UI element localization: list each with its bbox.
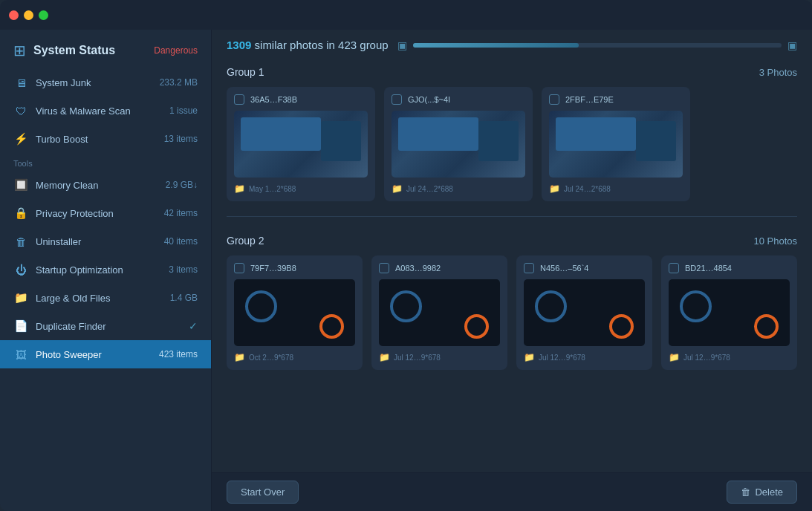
sidebar-item-label: Privacy Protection — [36, 208, 164, 219]
sidebar-item-memory-clean[interactable]: 🔲 Memory Clean 2.9 GB↓ — [0, 171, 211, 199]
start-over-button[interactable]: Start Over — [227, 481, 299, 504]
folder-icon: 📁 — [549, 183, 560, 194]
sidebar-item-photo-sweeper[interactable]: 🖼 Photo Sweeper 423 items — [0, 340, 211, 368]
duplicate-finder-icon: 📄 — [13, 319, 28, 333]
sidebar-item-system-junk[interactable]: 🖥 System Junk 233.2 MB — [0, 68, 211, 97]
group2-count: 10 Photos — [753, 235, 797, 247]
photo-thumbnail — [234, 111, 368, 178]
sidebar-item-label: Turbo Boost — [36, 134, 164, 145]
photo-date: Oct 2…9*678 — [249, 354, 293, 362]
minimize-button[interactable] — [24, 10, 33, 20]
sidebar-item-virus-malware[interactable]: 🛡 Virus & Malware Scan 1 issue — [0, 97, 211, 125]
delete-button[interactable]: 🗑 Delete — [727, 481, 797, 504]
progress-start-icon: ▣ — [397, 39, 407, 51]
close-button[interactable] — [9, 10, 19, 20]
sidebar-app-icon: ⊞ — [13, 42, 26, 59]
photo-description: similar photos in 423 group — [255, 39, 389, 51]
sidebar-status-badge: Dangerous — [154, 45, 198, 56]
folder-icon: 📁 — [379, 352, 390, 362]
photo-thumbnail — [379, 279, 500, 346]
photo-date: Jul 24…2*688 — [564, 185, 611, 193]
main-content: 1309 similar photos in 423 group ▣ ▣ Gro… — [212, 0, 812, 511]
sidebar-item-duplicate-finder[interactable]: 📄 Duplicate Finder ✓ — [0, 312, 211, 340]
sidebar-item-check: ✓ — [189, 320, 198, 332]
sidebar-item-label: System Junk — [36, 77, 160, 88]
photo-name: GJO(...$~4I — [408, 95, 450, 104]
progress-end-icon: ▣ — [787, 39, 797, 51]
sidebar-item-large-old-files[interactable]: 📁 Large & Old Files 1.4 GB — [0, 284, 211, 312]
group1-photos: 36A5…F38B 📁 May 1…2*688 GJO(...$~4I 📁 Ju… — [227, 87, 797, 201]
group-divider — [227, 216, 797, 217]
sidebar-item-label: Large & Old Files — [36, 293, 170, 304]
photo-card[interactable]: N456…–56`4 📁 Jul 12…9*678 — [516, 256, 652, 370]
sidebar-header: ⊞ System Status Dangerous — [0, 30, 211, 68]
sidebar-title: System Status — [33, 44, 115, 57]
photo-checkbox[interactable] — [549, 94, 559, 105]
photo-thumbnail — [669, 279, 790, 346]
sidebar-item-value: 423 items — [159, 349, 198, 359]
folder-icon: 📁 — [524, 352, 535, 362]
photo-checkbox[interactable] — [669, 263, 679, 273]
sidebar-item-value: 2.9 GB↓ — [166, 180, 198, 190]
system-junk-icon: 🖥 — [13, 75, 28, 90]
sidebar-item-value: 40 items — [164, 236, 198, 247]
photo-card[interactable]: 36A5…F38B 📁 May 1…2*688 — [227, 87, 375, 201]
large-files-icon: 📁 — [13, 290, 28, 305]
virus-malware-icon: 🛡 — [13, 103, 28, 118]
photo-card[interactable]: 2FBF…E79E 📁 Jul 24…2*688 — [542, 87, 690, 201]
photo-name: 2FBF…E79E — [565, 95, 614, 104]
group2-header: Group 2 10 Photos — [227, 229, 797, 256]
photo-checkbox[interactable] — [524, 263, 534, 273]
sidebar-item-turbo-boost[interactable]: ⚡ Turbo Boost 13 items — [0, 125, 211, 153]
sidebar-item-value: 42 items — [164, 208, 198, 218]
photo-thumbnail — [524, 279, 645, 346]
group2-photos: 79F7…39B8 📁 Oct 2…9*678 A083…9982 📁 Jul … — [227, 256, 797, 370]
sidebar: ⊞ System Status Dangerous 🖥 System Junk … — [0, 0, 212, 511]
photo-card[interactable]: A083…9982 📁 Jul 12…9*678 — [371, 256, 507, 370]
sidebar-item-startup-optimization[interactable]: ⏻ Startup Optimization 3 items — [0, 256, 211, 284]
sidebar-item-privacy-protection[interactable]: 🔒 Privacy Protection 42 items — [0, 199, 211, 227]
sidebar-item-label: Photo Sweeper — [36, 349, 159, 360]
group1-title: Group 1 — [227, 66, 264, 78]
photo-card[interactable]: GJO(...$~4I 📁 Jul 24…2*688 — [384, 87, 533, 201]
photo-card[interactable]: BD21…4854 📁 Jul 12…9*678 — [661, 256, 797, 370]
sidebar-item-value: 1 issue — [169, 105, 198, 116]
folder-icon: 📁 — [669, 352, 680, 362]
maximize-button[interactable] — [39, 10, 48, 20]
bottom-bar: Start Over 🗑 Delete — [212, 472, 812, 511]
progress-bar-background — [413, 43, 782, 48]
photo-thumbnail — [549, 111, 683, 178]
main-header-title: 1309 similar photos in 423 group — [227, 39, 389, 51]
photo-date: Jul 12…9*678 — [683, 354, 730, 362]
photo-sweeper-icon: 🖼 — [13, 347, 28, 362]
photo-name: A083…9982 — [395, 264, 441, 273]
uninstaller-icon: 🗑 — [13, 234, 28, 249]
titlebar — [0, 0, 812, 30]
photo-count: 1309 — [227, 39, 251, 51]
sidebar-item-label: Duplicate Finder — [36, 321, 189, 332]
traffic-lights — [9, 10, 48, 20]
folder-icon: 📁 — [234, 183, 245, 194]
photo-name: 79F7…39B8 — [250, 264, 296, 273]
group1-header: Group 1 3 Photos — [227, 60, 797, 87]
sidebar-item-uninstaller[interactable]: 🗑 Uninstaller 40 items — [0, 227, 211, 256]
main-header: 1309 similar photos in 423 group ▣ ▣ — [212, 30, 812, 60]
photo-checkbox[interactable] — [234, 94, 244, 105]
photo-checkbox[interactable] — [234, 263, 244, 273]
folder-icon: 📁 — [234, 352, 245, 362]
progress-bar-fill — [413, 43, 579, 48]
photo-date: Jul 12…9*678 — [394, 354, 441, 362]
privacy-protection-icon: 🔒 — [13, 206, 28, 221]
photo-thumbnail — [392, 111, 525, 178]
photo-name: BD21…4854 — [685, 264, 732, 273]
photo-name: N456…–56`4 — [540, 264, 588, 273]
photo-card[interactable]: 79F7…39B8 📁 Oct 2…9*678 — [227, 256, 363, 370]
sidebar-item-label: Virus & Malware Scan — [36, 105, 169, 117]
group2-title: Group 2 — [227, 235, 264, 247]
startup-icon: ⏻ — [13, 262, 28, 277]
content-scroll[interactable]: Group 1 3 Photos 36A5…F38B 📁 May 1…2*688… — [212, 60, 812, 511]
photo-checkbox[interactable] — [392, 94, 402, 105]
photo-checkbox[interactable] — [379, 263, 389, 273]
photo-name: 36A5…F38B — [250, 95, 297, 104]
trash-icon: 🗑 — [741, 486, 750, 498]
